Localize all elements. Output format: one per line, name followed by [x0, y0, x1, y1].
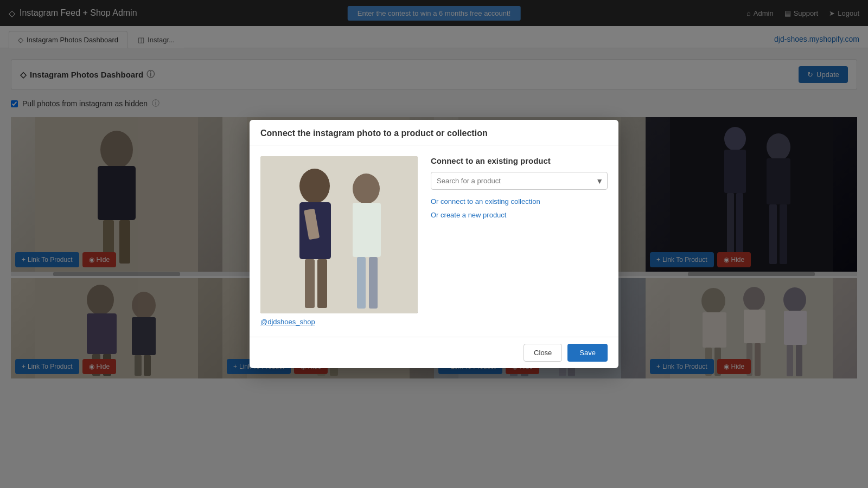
- svg-rect-73: [369, 257, 378, 309]
- svg-point-65: [299, 169, 330, 203]
- modal-dialog: Connect the instagram photo to a product…: [250, 120, 618, 368]
- svg-point-70: [353, 174, 380, 204]
- product-search-input[interactable]: [431, 172, 608, 190]
- modal-image-section: @djdshoes_shop: [260, 156, 418, 326]
- connect-title: Connect to an existing product: [431, 156, 608, 165]
- modal-title: Connect the instagram photo to a product…: [260, 129, 608, 138]
- create-product-link[interactable]: Or create a new product: [431, 211, 608, 219]
- modal-overlay[interactable]: Connect the instagram photo to a product…: [0, 0, 868, 389]
- svg-rect-68: [305, 259, 315, 308]
- modal-photo-bg: [260, 156, 418, 313]
- modal-footer: Close Save: [250, 337, 618, 368]
- modal-photo-display: [260, 156, 418, 313]
- modal-right-section: Connect to an existing product ▼ Or conn…: [431, 156, 608, 326]
- svg-rect-71: [353, 203, 381, 257]
- modal-save-button[interactable]: Save: [567, 344, 608, 362]
- svg-rect-69: [317, 259, 327, 308]
- modal-username[interactable]: @djdshoes_shop: [260, 318, 418, 326]
- modal-close-button[interactable]: Close: [524, 344, 562, 362]
- connect-collection-link[interactable]: Or connect to an existing collection: [431, 197, 608, 206]
- modal-header: Connect the instagram photo to a product…: [250, 120, 618, 145]
- search-wrapper: ▼: [431, 172, 608, 190]
- modal-photo-svg: [260, 156, 418, 313]
- svg-rect-72: [357, 257, 366, 309]
- modal-body: @djdshoes_shop Connect to an existing pr…: [250, 145, 618, 337]
- svg-rect-64: [260, 156, 418, 313]
